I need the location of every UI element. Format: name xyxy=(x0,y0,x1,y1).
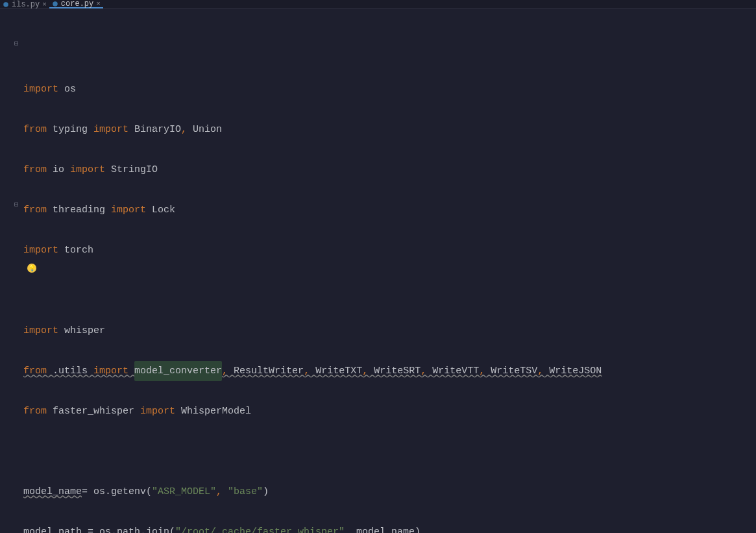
python-file-icon xyxy=(3,1,9,8)
code-line[interactable]: import whisper xyxy=(23,321,756,341)
fold-icon[interactable]: ⊟ xyxy=(14,39,19,47)
close-icon[interactable]: × xyxy=(42,1,47,8)
tab-file-2[interactable]: core.py × xyxy=(49,0,103,8)
editor-tabs: ils.py × core.py × xyxy=(0,0,756,9)
code-line[interactable]: from threading import Lock xyxy=(23,200,756,220)
code-line[interactable]: from io import StringIO xyxy=(23,160,756,180)
code-line[interactable] xyxy=(23,441,756,462)
gutter: ⊟ ⊟ 💡 xyxy=(0,9,22,533)
code-line[interactable]: from .utils import model_converter, Resu… xyxy=(23,361,756,381)
tab-label: ils.py xyxy=(12,0,40,9)
code-line[interactable]: from typing import BinaryIO, Union xyxy=(23,119,756,140)
code-area[interactable]: import os from typing import BinaryIO, U… xyxy=(22,9,756,533)
svg-point-1 xyxy=(53,1,58,6)
lightbulb-icon[interactable]: 💡 xyxy=(27,264,36,273)
code-line[interactable]: import torch xyxy=(23,240,756,260)
close-icon[interactable]: × xyxy=(96,0,101,8)
fold-icon[interactable]: ⊟ xyxy=(14,200,19,208)
python-file-icon xyxy=(52,1,58,7)
tab-label: core.py xyxy=(61,0,93,8)
code-line[interactable]: model_path = os.path.join("/root/.cache/… xyxy=(23,522,756,533)
scrollbar[interactable] xyxy=(750,0,756,533)
code-line[interactable]: model_name= os.getenv("ASR_MODEL", "base… xyxy=(23,482,756,502)
svg-point-0 xyxy=(3,2,8,7)
code-line[interactable]: from faster_whisper import WhisperModel xyxy=(23,401,756,421)
code-line[interactable] xyxy=(23,280,756,301)
tab-file-1[interactable]: ils.py × xyxy=(0,0,49,8)
code-editor[interactable]: ⊟ ⊟ 💡 import os from typing import Binar… xyxy=(0,9,756,533)
code-line[interactable]: import os xyxy=(23,79,756,99)
